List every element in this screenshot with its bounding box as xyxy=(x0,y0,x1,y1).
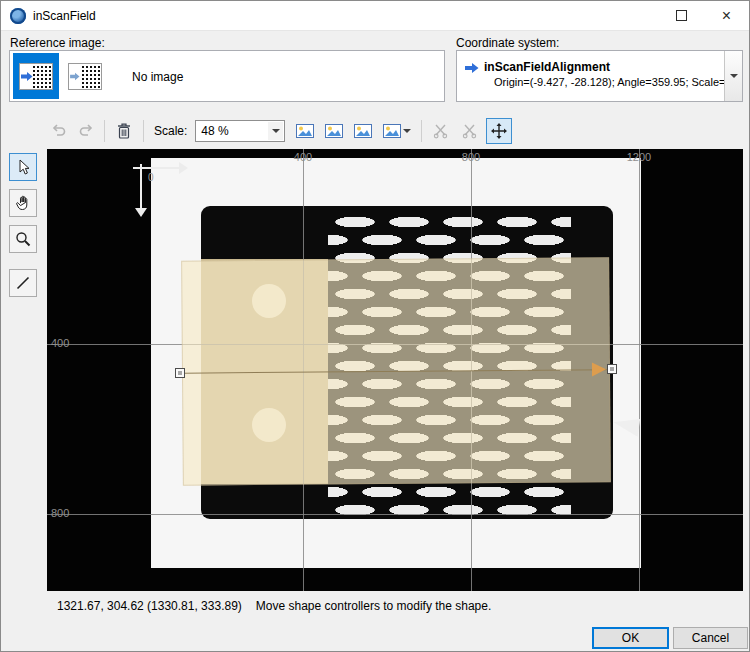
gridline-horizontal xyxy=(47,514,743,515)
toolbar-separator xyxy=(143,120,144,142)
coordinate-system-name: inScanFieldAlignment xyxy=(484,60,610,74)
window-title: inScanField xyxy=(33,9,96,23)
halftone-pattern xyxy=(81,65,100,88)
delete-shape-button[interactable] xyxy=(111,118,137,144)
arrow-right-icon xyxy=(70,72,80,81)
axis-x-arrowhead-icon xyxy=(179,162,188,174)
status-message: Move shape controllers to modify the sha… xyxy=(256,599,491,613)
ruler-label-x: 1200 xyxy=(622,151,656,163)
select-tool-button[interactable] xyxy=(9,153,37,181)
toolbar-separator xyxy=(104,120,105,142)
shape-axis-arrow-icon xyxy=(592,362,606,376)
ruler-label-x: 800 xyxy=(454,151,488,163)
magnifier-icon xyxy=(14,230,32,248)
coordinate-system-details: Origin=(-9.427, -28.128); Angle=359.95; … xyxy=(494,76,732,88)
ok-button[interactable]: OK xyxy=(592,627,669,649)
maximize-icon xyxy=(676,10,687,21)
image-canvas[interactable]: 400 800 1200 400 800 0 xyxy=(47,149,743,591)
redo-button[interactable] xyxy=(74,118,98,144)
axis-y-arrow-icon xyxy=(140,164,142,208)
reference-item-2[interactable] xyxy=(62,53,108,99)
scan-artifact xyxy=(612,415,640,436)
shape-handle-left[interactable] xyxy=(175,368,185,378)
status-bar: 1321.67, 304.62 (1330.81, 333.89)Move sh… xyxy=(57,599,491,613)
redo-icon xyxy=(78,123,94,139)
line-tool-button[interactable] xyxy=(9,269,37,297)
chevron-down-icon xyxy=(272,129,280,133)
scale-combobox xyxy=(195,120,285,142)
maximize-button[interactable] xyxy=(659,1,704,30)
scissors-icon xyxy=(433,123,449,139)
image-icon xyxy=(296,124,314,138)
cursor-coordinates: 1321.67, 304.62 (1330.81, 333.89) xyxy=(57,599,242,613)
alignment-arrow-icon xyxy=(465,62,479,74)
scissors-icon xyxy=(462,123,478,139)
toolbar-separator xyxy=(421,120,422,142)
image-icon xyxy=(383,124,401,138)
ruler-label-y: 800 xyxy=(51,507,69,519)
clip-tool-button-2[interactable] xyxy=(457,118,483,144)
move-shape-button[interactable] xyxy=(486,118,512,144)
reference-item-no-image[interactable]: No image xyxy=(132,70,183,84)
axis-y-arrowhead-icon xyxy=(135,208,147,217)
window-controls: × xyxy=(659,1,749,30)
chevron-down-icon xyxy=(403,129,411,133)
undo-button[interactable] xyxy=(47,118,71,144)
scale-label: Scale: xyxy=(154,124,187,138)
scan-field-shape[interactable] xyxy=(181,257,611,485)
coordinate-dropdown-button[interactable] xyxy=(724,51,742,101)
image-icon xyxy=(354,124,372,138)
ruler-label-x: 400 xyxy=(286,151,320,163)
halftone-pattern xyxy=(32,65,51,88)
cursor-arrow-icon xyxy=(14,158,32,176)
close-icon: × xyxy=(722,8,731,24)
line-icon xyxy=(14,274,32,292)
image-icon xyxy=(325,124,343,138)
reference-image-label: Reference image: xyxy=(10,36,105,50)
move-icon xyxy=(491,123,507,139)
zoom-fit-button[interactable] xyxy=(292,118,318,144)
scale-dropdown-button[interactable] xyxy=(268,122,283,140)
cancel-button[interactable]: Cancel xyxy=(673,627,748,649)
reference-item-selected[interactable] xyxy=(13,53,59,99)
coordinate-system-label: Coordinate system: xyxy=(456,36,559,50)
zoom-selection-button[interactable] xyxy=(350,118,376,144)
origin-label: 0 xyxy=(148,172,154,183)
tool-palette xyxy=(9,153,37,297)
chevron-down-icon xyxy=(730,74,738,78)
clip-tool-button-1[interactable] xyxy=(428,118,454,144)
app-icon xyxy=(10,8,26,24)
gridline-vertical xyxy=(639,149,640,591)
reference-thumbnail-2 xyxy=(68,63,102,90)
scale-input[interactable] xyxy=(201,122,267,140)
reference-image-list: No image xyxy=(9,50,445,102)
inscanfield-dialog: inScanField × Reference image: Coordinat… xyxy=(0,0,750,652)
titlebar: inScanField × xyxy=(1,1,749,31)
close-button[interactable]: × xyxy=(704,1,749,30)
zoom-tool-button[interactable] xyxy=(9,225,37,253)
trash-icon xyxy=(117,123,131,139)
image-options-button[interactable] xyxy=(379,118,415,144)
shape-handle-right[interactable] xyxy=(607,364,617,374)
coordinate-system-combobox[interactable]: inScanFieldAlignment Origin=(-9.427, -28… xyxy=(456,50,743,102)
zoom-original-button[interactable] xyxy=(321,118,347,144)
toolbar: Scale: xyxy=(47,114,741,147)
reference-thumbnail-1 xyxy=(19,63,53,90)
hand-icon xyxy=(14,194,32,212)
undo-icon xyxy=(51,123,67,139)
shape-axis-line xyxy=(183,369,609,373)
ruler-label-y: 400 xyxy=(51,337,69,349)
pan-tool-button[interactable] xyxy=(9,189,37,217)
